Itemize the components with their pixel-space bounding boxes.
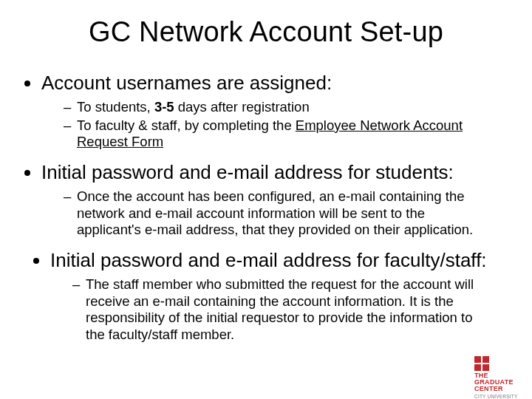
logo-mark-icon	[474, 356, 489, 371]
sub-list: The staff member who submitted the reque…	[50, 276, 502, 343]
logo-line3: CENTER	[474, 386, 522, 392]
bullet-usernames: Account usernames are assigned: To stude…	[41, 72, 502, 151]
slide: GC Network Account Set-up Account userna…	[0, 16, 532, 399]
logo-subtext: CITY UNIVERSITY OF NEW YORK	[474, 394, 522, 399]
sub-faculty-staff: To faculty & staff, by completing the Em…	[64, 117, 488, 151]
sub-students-desc: Once the account has been configured, an…	[64, 188, 488, 239]
bullet-text: Initial password and e-mail address for …	[41, 161, 454, 183]
svg-rect-0	[474, 356, 481, 363]
bullet-list: Account usernames are assigned: To stude…	[41, 72, 502, 343]
bullet-text: Account usernames are assigned:	[41, 72, 332, 94]
svg-rect-3	[482, 364, 489, 371]
slide-title: GC Network Account Set-up	[0, 16, 532, 48]
svg-rect-2	[474, 364, 481, 371]
sub-text-pre: To faculty & staff, by completing the	[77, 117, 296, 133]
svg-rect-1	[482, 356, 489, 363]
sub-text: The staff member who submitted the reque…	[86, 276, 474, 342]
sub-text-bold: 3-5	[154, 99, 174, 115]
sub-text-post: days after registration	[174, 99, 310, 115]
graduate-center-logo: THE GRADUATE CENTER CITY UNIVERSITY OF N…	[474, 356, 522, 399]
sub-text: Once the account has been configured, an…	[77, 188, 473, 237]
sub-students: To students, 3-5 days after registration	[64, 99, 488, 116]
sub-faculty-desc: The staff member who submitted the reque…	[72, 276, 488, 343]
sub-list: To students, 3-5 days after registration…	[41, 99, 502, 151]
sub-text-pre: To students,	[77, 99, 154, 115]
bullet-faculty-password: Initial password and e-mail address for …	[50, 249, 502, 343]
sub-list: Once the account has been configured, an…	[41, 188, 502, 239]
bullet-text: Initial password and e-mail address for …	[50, 249, 487, 271]
bullet-students-password: Initial password and e-mail address for …	[41, 161, 502, 239]
